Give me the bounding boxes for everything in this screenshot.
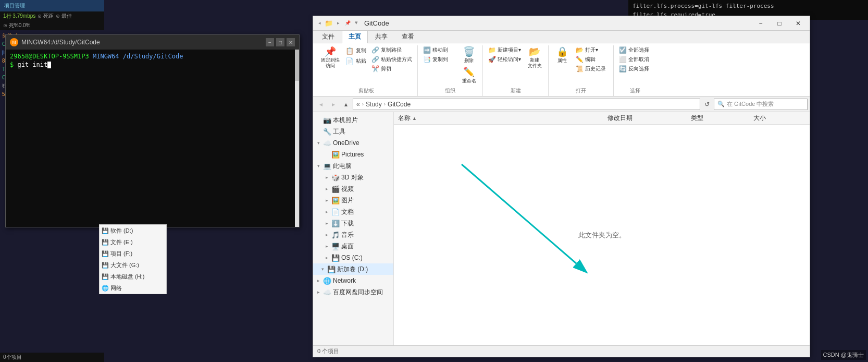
- status-count: 0 个项目: [317, 347, 339, 355]
- open-button[interactable]: 📂 打开▾: [574, 45, 610, 55]
- ribbon-group-select: ☑️ 全部选择 ⬜ 全部取消 🔄 反向选择 选择: [614, 45, 656, 96]
- edit-button[interactable]: ✏️ 编辑: [574, 55, 610, 64]
- column-name[interactable]: 名称 ▲: [398, 114, 607, 123]
- list-item[interactable]: 💾 本地磁盘 (H:): [100, 271, 166, 282]
- terminal-minimize-button[interactable]: −: [266, 38, 274, 46]
- new-item-button[interactable]: 📁 新建项目▾: [486, 45, 523, 55]
- new-folder-button[interactable]: 📂 新建文件夹: [524, 45, 545, 70]
- onedrive-icon: ☁️: [323, 139, 331, 147]
- search-box[interactable]: 🔍 在 GitCode 中搜索: [714, 99, 808, 110]
- terminal-cursor: [47, 62, 51, 68]
- terminal-maximize-button[interactable]: □: [276, 38, 284, 46]
- sidebar-item-d[interactable]: ▾ 💾 新加卷 (D:): [313, 263, 393, 275]
- refresh-button[interactable]: ↺: [701, 99, 713, 110]
- terminal-icon: M: [10, 38, 18, 46]
- documents-icon: 📄: [331, 208, 340, 216]
- window-controls[interactable]: − □ ✕: [751, 16, 808, 31]
- d-drive-icon: 💾: [327, 266, 336, 273]
- back-icon[interactable]: ◂: [315, 19, 324, 27]
- history-button[interactable]: 📜 历史记录: [574, 64, 610, 74]
- explorer-body: 📷 本机照片 🔧 工具 ▾ ☁️ OneDrive 🖼️ Pictures ▾ …: [313, 112, 810, 345]
- 3d-icon: 🎲: [331, 174, 340, 182]
- sidebar-item-tools[interactable]: 🔧 工具: [313, 126, 393, 137]
- column-type[interactable]: 类型: [691, 114, 753, 123]
- sidebar-item-network[interactable]: ▸ 🌐 Network: [313, 275, 393, 286]
- forward-icon[interactable]: ▸: [334, 19, 342, 27]
- list-item[interactable]: 💾 文件 (E:): [100, 236, 166, 248]
- paste-button[interactable]: 📄 粘贴: [343, 56, 368, 66]
- tab-view[interactable]: 查看: [395, 30, 421, 43]
- quick-access-dropdown[interactable]: ▾: [355, 19, 358, 27]
- terminal-command: git init: [17, 61, 47, 68]
- sidebar-item-onedrive[interactable]: ▾ ☁️ OneDrive: [313, 137, 393, 149]
- terminal-controls[interactable]: − □ ✕: [266, 38, 295, 46]
- forward-button[interactable]: ▸: [328, 99, 339, 110]
- ribbon: 文件 主页 共享 查看 📌 固定到快访问 📋 复制: [313, 31, 810, 96]
- paste-shortcut-button[interactable]: 🔗 粘贴快捷方式: [369, 55, 414, 64]
- ribbon-group-clipboard: 📌 固定到快访问 📋 复制 📄 粘贴: [315, 45, 418, 96]
- delete-button[interactable]: 🗑️ 删除: [458, 45, 479, 66]
- select-none-button[interactable]: ⬜ 全部取消: [617, 55, 653, 64]
- sidebar-item-3d[interactable]: ▸ 🎲 3D 对象: [313, 172, 393, 183]
- select-all-button[interactable]: ☑️ 全部选择: [617, 45, 653, 55]
- copy-button[interactable]: 📋 复制: [343, 45, 368, 56]
- terminal-title: MINGW64:/d/Study/GitCode: [21, 39, 100, 46]
- explorer-sidebar: 📷 本机照片 🔧 工具 ▾ ☁️ OneDrive 🖼️ Pictures ▾ …: [313, 112, 394, 345]
- move-to-button[interactable]: ➡️ 移动到: [421, 45, 457, 55]
- column-date[interactable]: 修改日期: [607, 114, 691, 123]
- pin-icon[interactable]: 📌: [343, 19, 352, 27]
- git-bash-terminal: M MINGW64:/d/Study/GitCode − □ ✕ 29658@D…: [5, 34, 300, 227]
- pin-quick-access-button[interactable]: 📌 固定到快访问: [318, 45, 342, 70]
- properties-button[interactable]: 🔒 属性: [552, 45, 573, 66]
- list-item[interactable]: 💾 项目 (F:): [100, 248, 166, 259]
- list-item[interactable]: 🌐 网络: [100, 282, 166, 294]
- back-button[interactable]: ◂: [315, 99, 327, 110]
- search-placeholder: 在 GitCode 中搜索: [727, 100, 774, 108]
- rename-button[interactable]: ✏️ 重命名: [458, 66, 479, 86]
- network-icon: 🌐: [323, 277, 331, 285]
- terminal-scrollbar-thumb[interactable]: [295, 50, 299, 81]
- sidebar-item-thispc[interactable]: ▾ 💻 此电脑: [313, 160, 393, 172]
- close-button[interactable]: ✕: [789, 16, 808, 31]
- tools-icon: 🔧: [323, 128, 331, 136]
- list-item[interactable]: 💾 软件 (D:): [100, 225, 166, 236]
- explorer-statusbar: 0 个项目: [313, 345, 810, 357]
- address-path[interactable]: « › Study › GitCode: [353, 99, 700, 110]
- list-item[interactable]: 💾 大文件 (G:): [100, 259, 166, 271]
- sidebar-item-pictures[interactable]: 🖼️ Pictures: [313, 149, 393, 160]
- sidebar-item-images[interactable]: ▸ 🖼️ 图片: [313, 195, 393, 206]
- terminal-body[interactable]: 29658@DESKTOP-9SSM1P3 MINGW64 /d/Study/G…: [6, 50, 299, 227]
- explorer-main: 名称 ▲ 修改日期 类型 大小 此文件夹为空。: [394, 112, 810, 345]
- terminal-close-button[interactable]: ✕: [287, 38, 295, 46]
- cut-button[interactable]: ✂️ 剪切: [369, 64, 414, 74]
- select-label: 选择: [617, 86, 653, 96]
- photos-icon: 📷: [323, 116, 331, 124]
- explorer-content: 此文件夹为空。: [394, 125, 810, 345]
- tab-share[interactable]: 共享: [368, 30, 394, 43]
- minimize-button[interactable]: −: [751, 16, 770, 31]
- maximize-button[interactable]: □: [770, 16, 789, 31]
- copy-to-button[interactable]: 📑 复制到: [421, 55, 457, 64]
- desktop-icon: 🖥️: [331, 243, 340, 250]
- copy-path-button[interactable]: 🔗 复制路径: [369, 45, 414, 55]
- sidebar-item-downloads[interactable]: ▸ ⬇️ 下载: [313, 218, 393, 229]
- sidebar-item-photos[interactable]: 📷 本机照片: [313, 114, 393, 126]
- sidebar-item-music[interactable]: ▸ 🎵 音乐: [313, 229, 393, 240]
- sidebar-item-baidu[interactable]: ▸ ☁️ 百度网盘同步空间: [313, 286, 393, 298]
- sidebar-item-c[interactable]: ▸ 💾 OS (C:): [313, 252, 393, 263]
- terminal-scrollbar[interactable]: [295, 50, 299, 227]
- sidebar-item-desktop[interactable]: ▸ 🖥️ 桌面: [313, 240, 393, 252]
- network-label: Network: [333, 277, 356, 284]
- up-button[interactable]: ▴: [340, 99, 352, 110]
- tab-home[interactable]: 主页: [342, 30, 368, 43]
- sidebar-item-documents[interactable]: ▸ 📄 文档: [313, 206, 393, 218]
- terminal-line1: filter.lfs.process=git-lfs filter-proces…: [633, 2, 864, 11]
- tab-file[interactable]: 文件: [315, 30, 341, 43]
- ribbon-group-open: 🔒 属性 📂 打开▾ ✏️ 编辑 📜: [549, 45, 614, 96]
- ribbon-tabs: 文件 主页 共享 查看: [313, 31, 810, 43]
- column-size[interactable]: 大小: [753, 114, 805, 123]
- invert-selection-button[interactable]: 🔄 反向选择: [617, 64, 653, 74]
- easy-access-button[interactable]: 🚀 轻松访问▾: [486, 55, 523, 64]
- sidebar-item-video[interactable]: ▸ 🎬 视频: [313, 183, 393, 195]
- terminal-command-line: $ git init: [10, 61, 295, 68]
